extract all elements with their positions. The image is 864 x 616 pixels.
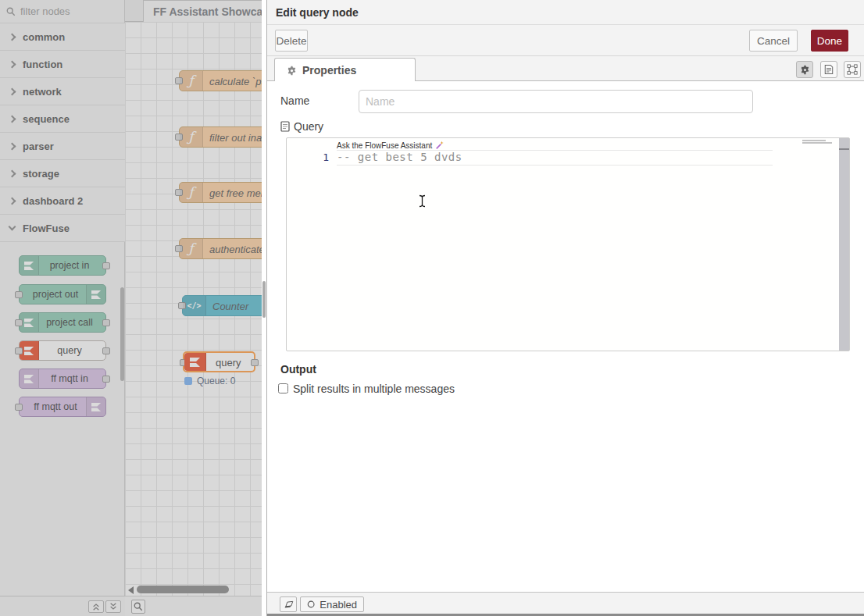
tray-tab-row: Properties bbox=[267, 56, 864, 81]
appearance-icon bbox=[847, 64, 858, 75]
line-number: 1 bbox=[310, 151, 329, 163]
properties-view-button[interactable] bbox=[796, 61, 813, 78]
done-button[interactable]: Done bbox=[811, 30, 848, 52]
name-label: Name bbox=[280, 94, 309, 107]
node-red-editor: common function network sequence parser … bbox=[0, 0, 864, 616]
assistant-hint-text: Ask the FlowFuse Assistant bbox=[337, 141, 432, 150]
sql-code-line: -- get best 5 dvds bbox=[337, 151, 462, 163]
query-label-text: Query bbox=[294, 120, 323, 133]
tray-toolbar: Delete Cancel Done bbox=[267, 25, 864, 56]
gear-icon bbox=[287, 66, 297, 76]
editor-shade-overlay bbox=[0, 0, 262, 616]
magic-wand-icon bbox=[435, 141, 444, 150]
appearance-view-button[interactable] bbox=[844, 61, 861, 78]
name-input[interactable] bbox=[359, 90, 753, 113]
split-results-checkbox[interactable] bbox=[278, 383, 288, 393]
text-cursor-icon bbox=[418, 194, 427, 208]
node-help-button[interactable] bbox=[280, 596, 297, 612]
vertical-scrollbar[interactable] bbox=[262, 281, 266, 318]
assistant-hint[interactable]: Ask the FlowFuse Assistant bbox=[337, 141, 444, 150]
delete-button[interactable]: Delete bbox=[275, 30, 308, 52]
enabled-toggle-button[interactable]: Enabled bbox=[300, 596, 364, 612]
enabled-status-icon bbox=[307, 600, 315, 609]
tray-title: Edit query node bbox=[276, 6, 359, 19]
sql-code-editor[interactable]: 1 Ask the FlowFuse Assistant -- get best… bbox=[286, 137, 850, 351]
tray-footer: Enabled bbox=[267, 592, 864, 616]
enabled-label: Enabled bbox=[320, 599, 357, 611]
description-view-button[interactable] bbox=[820, 61, 837, 78]
editor-scrollbar[interactable] bbox=[839, 138, 849, 351]
line-divider bbox=[337, 165, 773, 166]
tray-content: Name Query 1 Ask the FlowFuse Assistant … bbox=[267, 81, 864, 592]
query-file-icon bbox=[280, 121, 290, 132]
split-results-label: Split results in multiple messages bbox=[293, 383, 455, 395]
query-field-label: Query bbox=[280, 120, 323, 133]
edit-tray: Edit query node Delete Cancel Done Prope… bbox=[266, 0, 864, 616]
gear-icon bbox=[800, 65, 810, 75]
tray-header: Edit query node bbox=[267, 0, 864, 25]
cancel-button[interactable]: Cancel bbox=[749, 30, 798, 52]
output-section-label: Output bbox=[280, 363, 316, 376]
tab-properties-label: Properties bbox=[302, 64, 356, 77]
tab-properties[interactable]: Properties bbox=[274, 58, 416, 82]
editor-minimap bbox=[802, 140, 834, 144]
document-icon bbox=[824, 64, 834, 75]
book-icon bbox=[284, 600, 294, 609]
